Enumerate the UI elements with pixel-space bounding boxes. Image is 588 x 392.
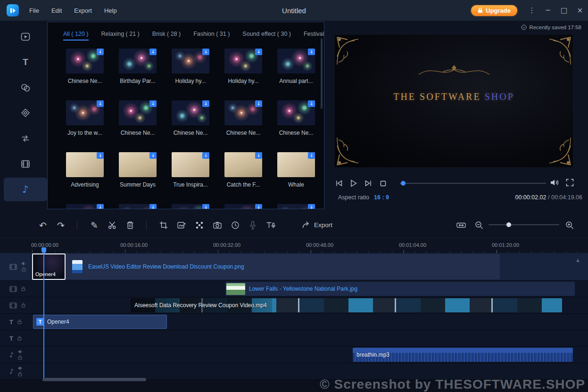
library-item-thumbnail[interactable]: ↓ bbox=[277, 152, 315, 177]
track-lock-icon[interactable] bbox=[21, 303, 25, 308]
sidebar-item-transitions[interactable] bbox=[4, 127, 47, 150]
download-icon[interactable]: ↓ bbox=[255, 152, 262, 159]
tab-relaxing[interactable]: Relaxing ( 21 ) bbox=[101, 31, 140, 41]
track-lock-icon[interactable] bbox=[18, 372, 22, 376]
library-item[interactable]: ↓Joy to the w... bbox=[58, 100, 111, 152]
clip-opener4-text[interactable]: T Opener4 bbox=[33, 315, 167, 329]
freeze-frame-button[interactable] bbox=[177, 221, 186, 229]
library-item-thumbnail[interactable]: ↓ bbox=[277, 100, 315, 125]
delete-button[interactable] bbox=[126, 221, 134, 229]
track-pip-1[interactable]: Lower Falls - Yellowstone National Park.… bbox=[0, 281, 588, 297]
library-item-thumbnail[interactable]: ↓ bbox=[224, 204, 262, 209]
library-item-thumbnail[interactable]: ↓ bbox=[119, 204, 157, 209]
library-item-thumbnail[interactable]: ↓ bbox=[172, 204, 209, 209]
previous-frame-button[interactable] bbox=[335, 180, 343, 187]
track-lock-icon[interactable] bbox=[18, 355, 22, 360]
split-button[interactable] bbox=[108, 221, 116, 229]
sidebar-item-music[interactable]: ♪ bbox=[4, 178, 47, 201]
fullscreen-icon[interactable] bbox=[566, 179, 574, 187]
library-item-thumbnail[interactable]: ↓ bbox=[224, 100, 262, 125]
download-icon[interactable]: ↓ bbox=[97, 100, 104, 107]
timeline-horizontal-scrollbar[interactable] bbox=[42, 378, 146, 381]
menu-file[interactable]: File bbox=[29, 7, 39, 14]
timeline-zoom-slider[interactable] bbox=[489, 224, 559, 225]
track-mute-icon[interactable] bbox=[18, 350, 23, 354]
seek-slider[interactable] bbox=[400, 183, 546, 184]
download-icon[interactable]: ↓ bbox=[97, 204, 104, 209]
library-item[interactable]: ↓Chinese Ne... bbox=[270, 100, 323, 152]
library-item[interactable]: ↓ bbox=[270, 204, 323, 209]
clip-aiseesoft-mp4[interactable]: Aiseesoft Data Recovery Review Coupon Vi… bbox=[131, 298, 562, 312]
library-item[interactable]: ↓Summer Days bbox=[111, 152, 164, 204]
upgrade-button[interactable]: Upgrade bbox=[471, 5, 517, 16]
library-item[interactable]: ↓Chinese Ne... bbox=[111, 100, 164, 152]
download-icon[interactable]: ↓ bbox=[202, 152, 209, 159]
export-button[interactable]: Export bbox=[302, 212, 332, 238]
edit-button[interactable]: ✎ bbox=[91, 220, 98, 229]
download-icon[interactable]: ↓ bbox=[308, 204, 315, 209]
playhead[interactable] bbox=[43, 247, 44, 378]
library-item[interactable]: ↓Chinese Ne... bbox=[58, 49, 111, 100]
close-button[interactable]: × bbox=[572, 0, 588, 21]
library-item-thumbnail[interactable]: ↓ bbox=[172, 100, 209, 125]
library-item[interactable]: ↓Chinese Ne... bbox=[164, 100, 217, 152]
more-menu-icon[interactable]: ⋮ bbox=[524, 0, 540, 21]
library-item-thumbnail[interactable]: ↓ bbox=[66, 49, 104, 74]
library-item-thumbnail[interactable]: ↓ bbox=[66, 204, 104, 209]
snapshot-button[interactable] bbox=[213, 221, 222, 229]
library-item-thumbnail[interactable]: ↓ bbox=[172, 152, 209, 177]
sidebar-item-text[interactable]: T bbox=[4, 50, 47, 74]
text-to-speech-button[interactable] bbox=[266, 221, 275, 229]
playhead-handle[interactable] bbox=[41, 247, 46, 252]
library-item-thumbnail[interactable]: ↓ bbox=[224, 49, 262, 74]
library-item-thumbnail[interactable]: ↓ bbox=[66, 100, 104, 125]
zoom-slider-handle[interactable] bbox=[506, 222, 511, 227]
download-icon[interactable]: ↓ bbox=[255, 49, 262, 55]
undo-button[interactable]: ↶ bbox=[39, 220, 47, 229]
zoom-in-button[interactable] bbox=[566, 221, 574, 229]
library-item[interactable]: ↓Catch the F... bbox=[217, 152, 270, 204]
tab-brisk[interactable]: Brisk ( 28 ) bbox=[152, 31, 181, 41]
library-item-thumbnail[interactable]: ↓ bbox=[277, 204, 315, 209]
library-item[interactable]: ↓ bbox=[58, 204, 111, 209]
track-mute-icon[interactable] bbox=[18, 366, 23, 370]
stop-button[interactable] bbox=[380, 180, 386, 187]
sidebar-item-elements[interactable] bbox=[4, 152, 47, 176]
adjust-track-height-button[interactable] bbox=[456, 221, 466, 229]
library-item[interactable]: ↓Birthday Par... bbox=[111, 49, 164, 100]
download-icon[interactable]: ↓ bbox=[149, 49, 157, 55]
library-item[interactable]: ↓ bbox=[164, 204, 217, 209]
track-mute-icon[interactable] bbox=[21, 261, 26, 266]
tab-sound-effect[interactable]: Sound effect ( 30 ) bbox=[242, 31, 291, 41]
crop-button[interactable] bbox=[159, 221, 168, 229]
library-item[interactable]: ↓ bbox=[111, 204, 164, 209]
library-item-thumbnail[interactable]: ↓ bbox=[277, 49, 315, 74]
download-icon[interactable]: ↓ bbox=[202, 100, 209, 107]
timeline-ruler[interactable]: 00:00:00.00 00:00:16.00 00:00:32.00 00:0… bbox=[0, 238, 588, 253]
download-icon[interactable]: ↓ bbox=[308, 100, 315, 107]
clip-opener4-video[interactable]: Opener4 bbox=[32, 253, 66, 280]
mosaic-button[interactable] bbox=[196, 221, 203, 229]
track-lock-icon[interactable] bbox=[22, 267, 26, 272]
maximize-button[interactable]: □ bbox=[556, 0, 572, 21]
voiceover-button[interactable] bbox=[249, 221, 256, 229]
sidebar-item-overlays[interactable] bbox=[4, 101, 47, 125]
download-icon[interactable]: ↓ bbox=[149, 152, 157, 159]
track-pip-2[interactable]: Aiseesoft Data Recovery Review Coupon Vi… bbox=[0, 297, 588, 314]
library-item[interactable]: ↓Advertising bbox=[58, 152, 111, 204]
clip-lower-falls-jpg[interactable]: Lower Falls - Yellowstone National Park.… bbox=[225, 282, 575, 296]
download-icon[interactable]: ↓ bbox=[149, 100, 157, 107]
track-lock-icon[interactable] bbox=[17, 319, 22, 324]
sidebar-item-media[interactable] bbox=[4, 25, 47, 49]
library-item[interactable]: ↓ bbox=[217, 204, 270, 209]
download-icon[interactable]: ↓ bbox=[255, 204, 262, 209]
library-scrollbar[interactable] bbox=[321, 38, 323, 109]
library-item-thumbnail[interactable]: ↓ bbox=[66, 152, 104, 177]
zoom-out-button[interactable] bbox=[475, 221, 483, 229]
tab-fashion[interactable]: Fashion ( 31 ) bbox=[193, 31, 230, 41]
download-icon[interactable]: ↓ bbox=[149, 204, 157, 209]
video-preview[interactable]: THE SOFTWARE SHOP bbox=[335, 35, 573, 167]
download-icon[interactable]: ↓ bbox=[308, 49, 315, 55]
menu-help[interactable]: Help bbox=[104, 7, 117, 14]
library-item-thumbnail[interactable]: ↓ bbox=[119, 152, 157, 177]
